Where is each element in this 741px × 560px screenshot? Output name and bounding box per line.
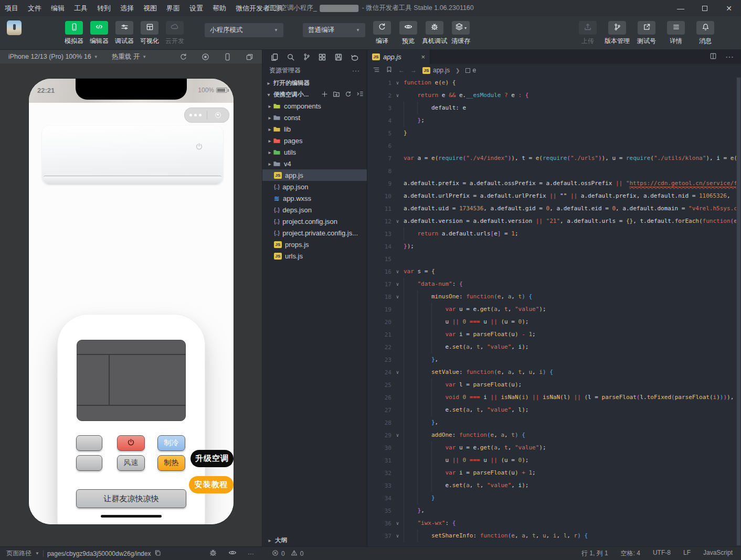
menu-item-1[interactable]: 文件 <box>23 4 46 13</box>
restart-icon[interactable] <box>179 53 187 61</box>
code-text[interactable]: a.default.urlPrefix = a.default.urlPrefi… <box>404 190 736 202</box>
fold-chevron-icon[interactable]: ∨ <box>391 533 404 539</box>
capsule-menu[interactable] <box>184 107 229 123</box>
opened-editors-section[interactable]: ▸ 打开的编辑器 <box>262 77 367 89</box>
encoding[interactable]: UTF-8 <box>653 549 671 558</box>
archive-icon[interactable] <box>334 53 343 61</box>
toolbar-button-upload[interactable]: 上传 <box>575 21 600 46</box>
maximize-button[interactable] <box>693 0 717 16</box>
blank-button-1[interactable] <box>76 435 102 451</box>
menu-item-4[interactable]: 转到 <box>92 4 115 13</box>
code-text[interactable]: return a.default.urls[e] = 1; <box>404 228 736 240</box>
blank-button-2[interactable] <box>76 455 102 471</box>
refresh-explorer-icon[interactable] <box>345 91 352 99</box>
fan-speed-button[interactable]: 风速 <box>117 455 145 471</box>
menu-item-9[interactable]: 帮助 <box>208 4 231 13</box>
code-text[interactable]: u || 0 === u || (u = 0); <box>404 454 736 467</box>
install-tutorial-tag[interactable]: 安装教程 <box>189 476 234 493</box>
heat-button[interactable]: 制热 <box>157 455 185 471</box>
page-path-label[interactable]: 页面路径 <box>6 549 31 558</box>
minimize-button[interactable]: — <box>669 0 693 16</box>
copy-path-icon[interactable] <box>154 550 161 558</box>
share-button[interactable]: 让群友凉快凉快 <box>76 489 186 508</box>
code-text[interactable]: default: e <box>404 102 736 114</box>
close-button[interactable]: ✕ <box>717 0 741 16</box>
code-text[interactable]: }, <box>404 353 736 366</box>
power-button[interactable] <box>117 435 145 451</box>
folder-lib[interactable]: ▸lib <box>262 123 367 135</box>
search-icon[interactable] <box>287 53 295 61</box>
nav-forward-icon[interactable]: → <box>410 67 417 74</box>
code-text[interactable]: var l = parseFloat(u); <box>404 379 736 391</box>
toolbar-button-bell[interactable]: 消息 <box>693 21 718 46</box>
editor-scrollbar[interactable] <box>736 77 741 546</box>
more-dots-icon[interactable] <box>184 114 207 116</box>
code-text[interactable]: a.default.uid = 1734536, a.default.gid =… <box>404 202 736 215</box>
code-text[interactable]: a.default.version = a.default.version ||… <box>404 215 736 228</box>
record-icon[interactable] <box>202 53 209 61</box>
close-tab-icon[interactable]: × <box>421 53 425 61</box>
mode-dropdown[interactable]: 小程序模式▼ <box>205 23 283 37</box>
code-text[interactable]: var i = parseFloat(u) + 1; <box>404 467 736 479</box>
code-text[interactable]: var s = { <box>404 265 736 278</box>
file-urls.js[interactable]: JSurls.js <box>262 250 367 262</box>
exit-circle-icon[interactable] <box>207 112 230 118</box>
code-text[interactable]: }, <box>404 416 736 429</box>
more-icon[interactable]: ··· <box>248 550 254 557</box>
breadcrumb-file[interactable]: JS app.js <box>422 67 450 74</box>
menu-item-3[interactable]: 工具 <box>69 4 92 13</box>
language-mode[interactable]: JavaScript <box>703 549 733 558</box>
code-editor[interactable]: 1∨function e(e) {2∨ return e && e.__esMo… <box>367 77 741 546</box>
files-icon[interactable] <box>270 53 279 61</box>
fold-chevron-icon[interactable]: ∨ <box>391 433 404 438</box>
bookmark-icon[interactable] <box>386 66 393 74</box>
code-text[interactable]: } <box>404 492 736 504</box>
fold-chevron-icon[interactable]: ∨ <box>391 269 404 274</box>
code-text[interactable]: var i = parseFloat(u) - 1; <box>404 328 736 341</box>
toolbar-button-list[interactable]: 详情 <box>663 21 689 46</box>
code-text[interactable] <box>404 253 736 265</box>
code-text[interactable]: return e && e.__esModule ? e : { <box>404 89 736 102</box>
code-text[interactable]: addOne: function(e, a, t) { <box>404 429 736 441</box>
outline-section[interactable]: ▸ 大纲 <box>262 534 367 546</box>
folder-v4[interactable]: ▸v4 <box>262 158 367 169</box>
indent-setting[interactable]: 空格: 4 <box>621 549 640 558</box>
tab-app-js[interactable]: JS app.js × <box>367 50 430 64</box>
code-text[interactable]: }, <box>404 504 736 517</box>
code-text[interactable]: setValue: function(e, a, t, u, i) { <box>404 366 736 379</box>
code-text[interactable]: setShareInfo: function(e, a, t, u, i, l,… <box>404 530 736 542</box>
folder-const[interactable]: ▸const <box>262 112 367 123</box>
collapse-all-icon[interactable] <box>356 90 364 99</box>
multi-window-icon[interactable] <box>246 53 253 61</box>
menu-item-8[interactable]: 设置 <box>185 4 208 13</box>
code-text[interactable]: }; <box>404 114 736 127</box>
new-file-icon[interactable] <box>321 91 328 99</box>
toolbar-button-branch[interactable]: 版本管理 <box>605 21 630 46</box>
fold-chevron-icon[interactable]: ∨ <box>391 80 404 85</box>
code-text[interactable] <box>404 139 736 152</box>
fold-chevron-icon[interactable]: ∨ <box>391 521 404 526</box>
cursor-position[interactable]: 行 1, 列 1 <box>581 549 608 558</box>
user-avatar[interactable] <box>7 20 22 35</box>
file-props.js[interactable]: JSprops.js <box>262 239 367 250</box>
menu-item-0[interactable]: 项目 <box>0 4 23 13</box>
toolbar-button-phone[interactable]: 模拟器 <box>61 21 87 46</box>
editor-more-icon[interactable]: ··· <box>725 52 734 62</box>
hot-reload-toggle[interactable]: 热重载 开▼ <box>112 52 146 61</box>
device-frame-icon[interactable] <box>224 53 231 61</box>
eol-setting[interactable]: LF <box>683 549 691 558</box>
file-project.private.config.js...[interactable]: {..}project.private.config.js... <box>262 227 367 239</box>
nav-back-icon[interactable]: ← <box>398 67 405 74</box>
file-app.wxss[interactable]: ≋app.wxss <box>262 192 367 204</box>
code-text[interactable]: e.set(a, t, "value", i); <box>404 479 736 492</box>
toolbar-button-external[interactable]: 测试号 <box>634 21 659 46</box>
code-text[interactable]: function e(e) { <box>404 77 736 89</box>
toolbar-button-cloud[interactable]: 云开发 <box>162 21 187 46</box>
fold-chevron-icon[interactable]: ∨ <box>391 370 404 375</box>
split-editor-icon[interactable] <box>710 52 717 62</box>
folder-pages[interactable]: ▸pages <box>262 135 367 146</box>
more-icon[interactable]: ··· <box>352 67 360 74</box>
project-root-section[interactable]: ▾ 便携空调小... <box>262 89 367 100</box>
toolbar-button-eye[interactable]: 预览 <box>396 21 421 46</box>
code-text[interactable]: var u = e.get(a, t, "value"); <box>404 303 736 316</box>
